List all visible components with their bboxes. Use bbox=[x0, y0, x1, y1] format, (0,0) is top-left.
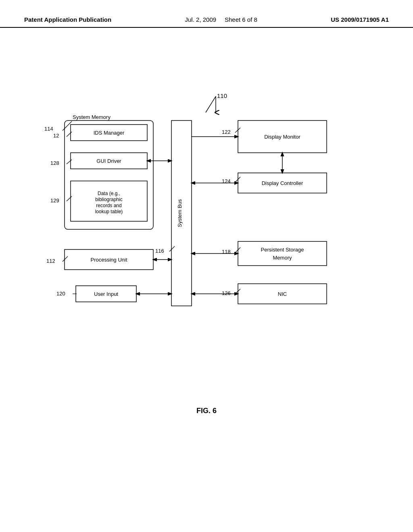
figure-label: FIG. 6 bbox=[196, 407, 217, 415]
gui-driver-text: GUI Driver bbox=[96, 158, 121, 164]
sheet-label: Sheet 6 of 8 bbox=[225, 16, 257, 23]
page-header: Patent Application Publication Jul. 2, 2… bbox=[0, 0, 413, 28]
diagram-area: 110 System Memory 114 IDS Manager 12 GUI… bbox=[0, 36, 413, 399]
data-text-1: Data (e.g., bbox=[98, 191, 120, 196]
ref-120: 120 bbox=[56, 291, 65, 297]
processing-unit-text: Processing Unit bbox=[90, 257, 127, 263]
svg-line-15 bbox=[169, 246, 175, 251]
ref-126: 126 bbox=[222, 290, 231, 296]
ref-122: 122 bbox=[222, 129, 231, 135]
svg-rect-20 bbox=[238, 241, 327, 266]
persistent-storage-text-1: Persistent Storage bbox=[261, 247, 304, 253]
display-monitor-text: Display Monitor bbox=[264, 134, 300, 140]
svg-line-7 bbox=[67, 160, 72, 164]
publication-label: Patent Application Publication bbox=[24, 16, 111, 23]
ref-129: 129 bbox=[50, 197, 59, 204]
ref-128: 128 bbox=[50, 160, 59, 166]
date-sheet-label: Jul. 2, 2009 Sheet 6 of 8 bbox=[185, 16, 257, 23]
system-memory-text: System Memory bbox=[73, 114, 111, 120]
ids-manager-text: IDS Manager bbox=[94, 130, 125, 136]
ref-112: 112 bbox=[46, 258, 55, 264]
ref-116: 116 bbox=[155, 248, 164, 254]
ref-12: 12 bbox=[53, 133, 59, 139]
svg-line-9 bbox=[67, 196, 72, 201]
svg-line-0 bbox=[206, 96, 216, 112]
patent-number-label: US 2009/0171905 A1 bbox=[331, 16, 389, 23]
ref-110-number: 110 bbox=[217, 92, 227, 99]
data-text-4: lookup table) bbox=[95, 209, 123, 214]
display-controller-text: Display Controller bbox=[262, 180, 303, 186]
ref-110-label: 110 bbox=[202, 92, 242, 118]
nic-text: NIC bbox=[278, 291, 287, 297]
diagram-svg: System Memory 114 IDS Manager 12 GUI Dri… bbox=[24, 116, 387, 391]
ref-114: 114 bbox=[44, 126, 53, 132]
user-input-text: User Input bbox=[94, 291, 118, 297]
persistent-storage-text-2: Memory bbox=[273, 255, 292, 261]
date-label: Jul. 2, 2009 bbox=[185, 16, 217, 23]
data-text-3: records and bbox=[96, 203, 121, 208]
data-text-2: bibliographic bbox=[95, 197, 122, 202]
svg-line-5 bbox=[67, 132, 72, 137]
system-bus-text: System Bus bbox=[177, 199, 183, 227]
svg-line-11 bbox=[63, 256, 68, 262]
